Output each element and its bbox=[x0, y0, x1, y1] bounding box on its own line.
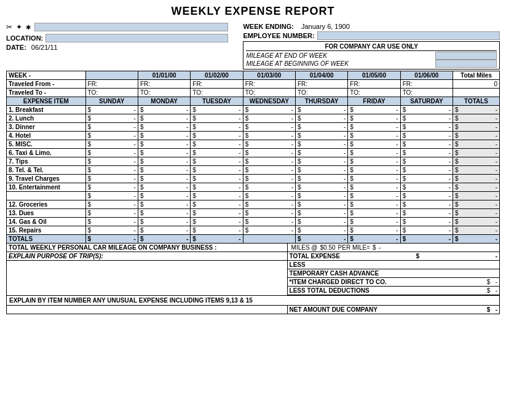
name-input[interactable] bbox=[34, 23, 228, 31]
expense-day-cell[interactable]: $- bbox=[85, 183, 138, 192]
expense-day-cell[interactable]: $- bbox=[138, 157, 190, 166]
expense-day-cell[interactable]: $- bbox=[400, 106, 453, 114]
expense-day-cell[interactable]: $- bbox=[138, 175, 190, 183]
expense-day-cell[interactable]: $- bbox=[295, 226, 347, 235]
expense-day-cell[interactable]: $- bbox=[295, 218, 347, 226]
expense-day-cell[interactable]: $- bbox=[295, 106, 347, 114]
expense-day-cell[interactable]: $- bbox=[138, 166, 190, 175]
expense-day-cell[interactable]: $- bbox=[85, 157, 138, 166]
expense-day-cell[interactable]: $- bbox=[138, 114, 190, 123]
expense-day-cell[interactable]: $- bbox=[400, 132, 453, 140]
expense-day-cell[interactable]: $- bbox=[400, 166, 453, 175]
expense-day-cell[interactable]: $- bbox=[348, 149, 400, 157]
expense-day-cell[interactable]: $- bbox=[191, 175, 243, 183]
expense-day-cell[interactable]: $- bbox=[138, 209, 190, 218]
expense-day-cell[interactable]: $- bbox=[295, 114, 347, 123]
expense-day-cell[interactable]: $- bbox=[191, 132, 243, 140]
expense-day-cell[interactable]: $- bbox=[138, 140, 190, 149]
expense-day-cell[interactable]: $- bbox=[191, 149, 243, 157]
expense-day-cell[interactable]: $- bbox=[243, 175, 295, 183]
expense-day-cell[interactable]: $- bbox=[243, 149, 295, 157]
expense-day-cell[interactable]: $- bbox=[295, 209, 347, 218]
expense-day-cell[interactable]: $- bbox=[400, 192, 453, 200]
expense-day-cell[interactable]: $- bbox=[243, 106, 295, 114]
expense-day-cell[interactable]: $- bbox=[400, 183, 453, 192]
expense-day-cell[interactable]: $- bbox=[295, 192, 347, 200]
expense-day-cell[interactable]: $- bbox=[138, 218, 190, 226]
expense-day-cell[interactable]: $- bbox=[295, 200, 347, 209]
employee-number-input[interactable] bbox=[317, 31, 500, 40]
expense-day-cell[interactable]: $- bbox=[243, 140, 295, 149]
expense-day-cell[interactable]: $- bbox=[85, 114, 138, 123]
expense-day-cell[interactable]: $- bbox=[243, 183, 295, 192]
expense-day-cell[interactable]: $- bbox=[295, 175, 347, 183]
expense-day-cell[interactable]: $- bbox=[138, 149, 190, 157]
expense-day-cell[interactable]: $- bbox=[243, 114, 295, 123]
expense-day-cell[interactable]: $- bbox=[85, 140, 138, 149]
location-input[interactable] bbox=[45, 34, 228, 42]
expense-day-cell[interactable]: $- bbox=[348, 200, 400, 209]
expense-day-cell[interactable]: $- bbox=[400, 114, 453, 123]
expense-day-cell[interactable]: $- bbox=[348, 218, 400, 226]
expense-day-cell[interactable]: $- bbox=[400, 149, 453, 157]
expense-day-cell[interactable]: $- bbox=[85, 149, 138, 157]
expense-day-cell[interactable]: $- bbox=[348, 106, 400, 114]
expense-day-cell[interactable]: $- bbox=[243, 218, 295, 226]
expense-day-cell[interactable]: $- bbox=[400, 175, 453, 183]
expense-day-cell[interactable]: $- bbox=[243, 209, 295, 218]
expense-day-cell[interactable]: $- bbox=[295, 132, 347, 140]
expense-day-cell[interactable]: $- bbox=[400, 123, 453, 132]
expense-day-cell[interactable]: $- bbox=[85, 209, 138, 218]
expense-day-cell[interactable]: $- bbox=[400, 157, 453, 166]
expense-day-cell[interactable]: $- bbox=[191, 226, 243, 235]
mileage-begin-input[interactable] bbox=[435, 60, 497, 68]
expense-day-cell[interactable]: $- bbox=[348, 140, 400, 149]
expense-day-cell[interactable]: $- bbox=[85, 200, 138, 209]
expense-day-cell[interactable]: $- bbox=[191, 200, 243, 209]
expense-day-cell[interactable]: $- bbox=[243, 226, 295, 235]
expense-day-cell[interactable]: $- bbox=[138, 226, 190, 235]
mileage-end-input[interactable] bbox=[435, 52, 497, 60]
expense-day-cell[interactable]: $- bbox=[191, 166, 243, 175]
expense-day-cell[interactable]: $- bbox=[348, 123, 400, 132]
expense-day-cell[interactable]: $- bbox=[295, 157, 347, 166]
expense-day-cell[interactable]: $- bbox=[295, 140, 347, 149]
expense-day-cell[interactable]: $- bbox=[348, 175, 400, 183]
expense-day-cell[interactable]: $- bbox=[85, 123, 138, 132]
expense-day-cell[interactable]: $- bbox=[348, 192, 400, 200]
expense-day-cell[interactable]: $- bbox=[85, 175, 138, 183]
expense-day-cell[interactable]: $- bbox=[191, 183, 243, 192]
expense-day-cell[interactable]: $- bbox=[400, 200, 453, 209]
expense-day-cell[interactable]: $- bbox=[243, 192, 295, 200]
expense-day-cell[interactable]: $- bbox=[85, 132, 138, 140]
expense-day-cell[interactable]: $- bbox=[138, 106, 190, 114]
expense-day-cell[interactable]: $- bbox=[85, 226, 138, 235]
expense-day-cell[interactable]: $- bbox=[138, 183, 190, 192]
expense-day-cell[interactable]: $- bbox=[400, 209, 453, 218]
expense-day-cell[interactable]: $- bbox=[348, 166, 400, 175]
expense-day-cell[interactable]: $- bbox=[191, 123, 243, 132]
expense-day-cell[interactable]: $- bbox=[243, 123, 295, 132]
expense-day-cell[interactable]: $- bbox=[348, 157, 400, 166]
expense-day-cell[interactable]: $- bbox=[295, 123, 347, 132]
expense-day-cell[interactable]: $- bbox=[400, 140, 453, 149]
expense-day-cell[interactable]: $- bbox=[138, 192, 190, 200]
expense-day-cell[interactable]: $- bbox=[348, 132, 400, 140]
expense-day-cell[interactable]: $- bbox=[348, 183, 400, 192]
expense-day-cell[interactable]: $- bbox=[348, 209, 400, 218]
expense-day-cell[interactable]: $- bbox=[191, 218, 243, 226]
expense-day-cell[interactable]: $- bbox=[400, 218, 453, 226]
expense-day-cell[interactable]: $- bbox=[191, 209, 243, 218]
expense-day-cell[interactable]: $- bbox=[295, 183, 347, 192]
expense-day-cell[interactable]: $- bbox=[85, 218, 138, 226]
expense-day-cell[interactable]: $- bbox=[191, 106, 243, 114]
expense-day-cell[interactable]: $- bbox=[191, 114, 243, 123]
expense-day-cell[interactable]: $- bbox=[138, 200, 190, 209]
expense-day-cell[interactable]: $- bbox=[243, 166, 295, 175]
expense-day-cell[interactable]: $- bbox=[138, 132, 190, 140]
expense-day-cell[interactable]: $- bbox=[85, 192, 138, 200]
expense-day-cell[interactable]: $- bbox=[295, 166, 347, 175]
expense-day-cell[interactable]: $- bbox=[85, 166, 138, 175]
expense-day-cell[interactable]: $- bbox=[191, 157, 243, 166]
expense-day-cell[interactable]: $- bbox=[243, 157, 295, 166]
